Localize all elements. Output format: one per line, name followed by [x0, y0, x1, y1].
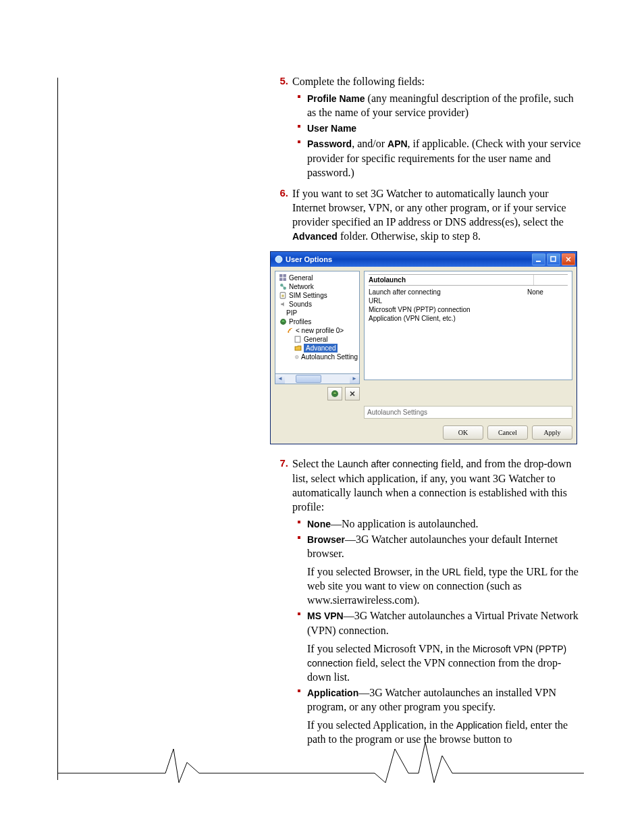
- step-5: 5. Complete the following fields: Profil…: [273, 74, 584, 180]
- add-profile-button[interactable]: [327, 387, 342, 400]
- options-tree[interactable]: General Network SIM Settings Sounds PIP …: [275, 271, 360, 374]
- bullet-msvpn: MS VPN—3G Watcher autolaunches a Virtual…: [292, 608, 584, 637]
- bullet-user-name: User Name: [292, 121, 584, 135]
- tree-h-scrollbar[interactable]: ◄ ►: [275, 374, 360, 384]
- row-url[interactable]: URL: [369, 296, 568, 305]
- launch-after-value: None: [527, 288, 568, 296]
- maximize-button[interactable]: [547, 253, 560, 265]
- bullet-icon: [298, 536, 300, 539]
- bullet-none: None—No application is autolaunched.: [292, 517, 584, 531]
- dialog-title: User Options: [286, 255, 332, 265]
- tree-autolaunch[interactable]: Autolaunch Setting: [301, 353, 358, 361]
- profiles-icon: [279, 318, 287, 325]
- note-browser: If you selected Browser, in the URL fiel…: [292, 565, 584, 607]
- tree-profile-general[interactable]: General: [304, 335, 328, 344]
- svg-rect-2: [551, 257, 556, 261]
- bullet-icon: [298, 613, 300, 615]
- bullet-icon: [298, 521, 300, 523]
- step-7: 7. Select the Launch after connecting fi…: [273, 457, 584, 746]
- bullet-icon: [298, 125, 300, 128]
- bullet-icon: [298, 95, 300, 98]
- app-icon: [275, 255, 283, 263]
- tree-new-profile[interactable]: < new profile 0>: [296, 326, 344, 335]
- bullet-profile-name: Profile Name (any meaningful description…: [292, 91, 584, 120]
- network-icon: [279, 283, 287, 290]
- scroll-left-button[interactable]: ◄: [275, 374, 285, 384]
- scroll-thumb[interactable]: [296, 375, 321, 383]
- tree-sounds[interactable]: Sounds: [289, 300, 312, 309]
- autolaunch-panel: Autolaunch Launch after connectingNone U…: [364, 271, 572, 380]
- svg-rect-5: [279, 278, 282, 281]
- close-button[interactable]: [562, 253, 575, 265]
- apply-button[interactable]: Apply: [532, 425, 572, 440]
- sim-icon: [279, 292, 287, 299]
- delete-profile-button[interactable]: [345, 387, 360, 400]
- svg-point-15: [296, 357, 297, 357]
- tree-general[interactable]: General: [289, 273, 313, 282]
- cancel-button[interactable]: Cancel: [487, 425, 528, 440]
- svg-rect-6: [284, 278, 286, 281]
- status-text: Autolaunch Settings: [364, 406, 572, 419]
- minimize-button[interactable]: [532, 253, 545, 265]
- gear-icon: [294, 353, 299, 361]
- row-msvpn[interactable]: Microsoft VPN (PPTP) connection: [369, 305, 568, 314]
- signal-icon: [286, 327, 294, 334]
- ekg-footer-decoration: [57, 729, 584, 783]
- ok-button[interactable]: OK: [443, 425, 483, 440]
- svg-rect-10: [281, 295, 284, 297]
- tree-sim[interactable]: SIM Settings: [289, 291, 327, 300]
- tree-network[interactable]: Network: [289, 282, 314, 291]
- left-margin-rule: [57, 78, 58, 780]
- tree-pip[interactable]: PIP: [286, 309, 297, 317]
- tree-profiles[interactable]: Profiles: [289, 317, 311, 326]
- step-number: 5.: [273, 74, 288, 88]
- tree-advanced-selected[interactable]: Advanced: [304, 344, 338, 353]
- bullet-icon: [298, 140, 300, 143]
- svg-point-0: [275, 256, 282, 263]
- step-number: 6.: [273, 186, 288, 200]
- row-application[interactable]: Application (VPN Client, etc.): [369, 314, 568, 323]
- note-msvpn: If you selected Microsoft VPN, in the Mi…: [292, 642, 584, 684]
- scroll-right-button[interactable]: ►: [350, 374, 359, 384]
- grid-icon: [279, 274, 287, 282]
- bullet-application: Application—3G Watcher autolaunches an i…: [292, 685, 584, 714]
- svg-rect-4: [284, 274, 286, 277]
- body-text: 5. Complete the following fields: Profil…: [273, 74, 584, 746]
- page-icon: [294, 336, 302, 343]
- step-6: 6. If you want to set 3G Watcher to auto…: [273, 186, 584, 243]
- row-launch-after[interactable]: Launch after connectingNone: [369, 288, 568, 296]
- svg-rect-1: [536, 261, 541, 262]
- step-5-intro: Complete the following fields:: [292, 76, 425, 87]
- folder-open-icon: [294, 344, 302, 352]
- panel-header: Autolaunch: [369, 274, 568, 286]
- bullet-password-apn: Password, and/or APN, if applicable. (Ch…: [292, 136, 584, 179]
- step-number: 7.: [273, 457, 288, 470]
- sounds-icon: [279, 301, 287, 308]
- title-bar: User Options: [271, 252, 576, 267]
- bullet-browser: Browser—3G Watcher autolaunches your def…: [292, 532, 584, 561]
- svg-rect-13: [295, 336, 300, 342]
- user-options-dialog: User Options General Network SIM Setting…: [270, 251, 577, 444]
- svg-rect-3: [279, 274, 282, 277]
- bullet-icon: [298, 689, 300, 692]
